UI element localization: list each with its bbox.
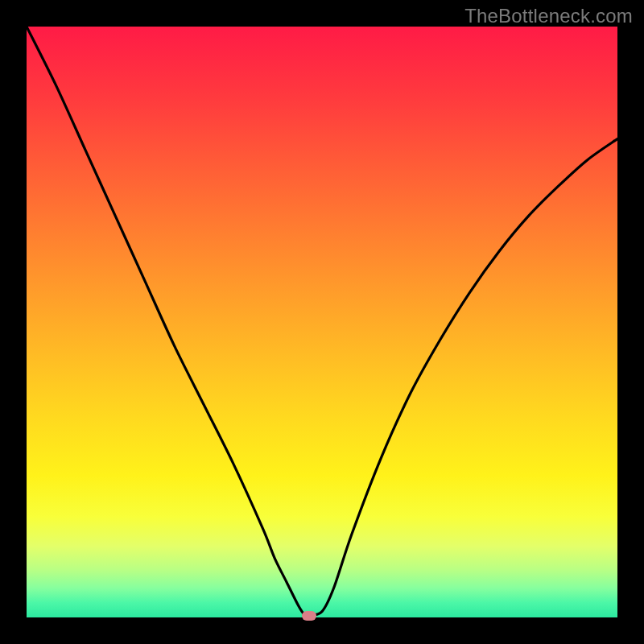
bottleneck-marker: [302, 611, 316, 621]
watermark-text: TheBottleneck.com: [464, 5, 633, 27]
bottleneck-curve: [27, 27, 617, 617]
plot-area: [27, 27, 617, 617]
chart-frame: TheBottleneck.com: [0, 0, 644, 644]
